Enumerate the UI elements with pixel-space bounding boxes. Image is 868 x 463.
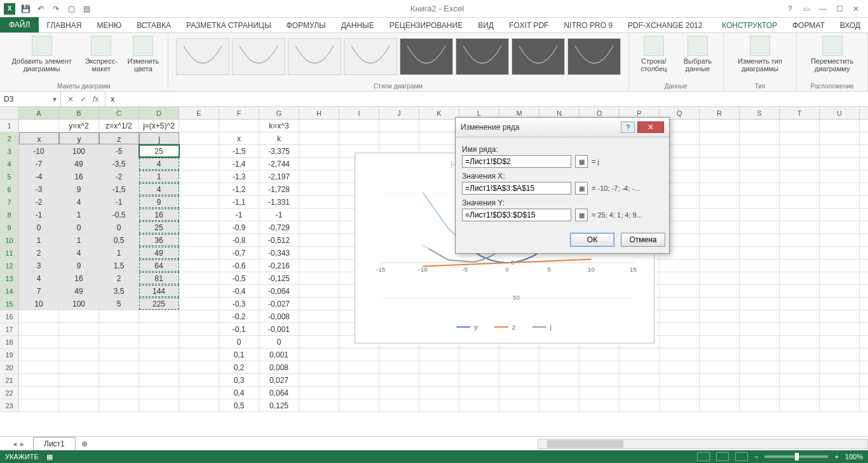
cell[interactable] xyxy=(179,387,219,399)
cell[interactable]: -2 xyxy=(19,196,59,208)
normal-view-icon[interactable] xyxy=(697,452,710,461)
cell[interactable] xyxy=(499,349,539,361)
cell[interactable] xyxy=(299,399,339,411)
range-picker-icon[interactable]: ▦ xyxy=(575,182,588,195)
cell[interactable]: 2 xyxy=(19,247,59,259)
tab-format[interactable]: ФОРМАТ xyxy=(785,18,832,32)
row-header[interactable]: 3 xyxy=(0,145,19,157)
cell[interactable] xyxy=(299,349,339,361)
cell[interactable] xyxy=(700,120,740,132)
cell[interactable]: -1 xyxy=(259,209,299,221)
cell[interactable] xyxy=(339,399,379,411)
fx-icon[interactable]: fx xyxy=(93,95,98,104)
cell[interactable]: 81 xyxy=(139,272,179,284)
cell[interactable] xyxy=(700,209,740,221)
cell[interactable]: 0,064 xyxy=(259,387,299,399)
cell[interactable] xyxy=(740,323,780,335)
cell[interactable] xyxy=(620,387,660,399)
cell[interactable]: 3 xyxy=(19,259,59,272)
tab-nitro pro 9[interactable]: NITRO PRO 9 xyxy=(556,18,620,32)
row-header[interactable]: 8 xyxy=(0,209,19,221)
cell[interactable] xyxy=(780,323,820,335)
cell[interactable] xyxy=(820,132,860,144)
col-header[interactable]: T xyxy=(780,107,820,119)
cell[interactable] xyxy=(299,361,339,373)
cell[interactable] xyxy=(700,272,740,284)
cell[interactable] xyxy=(539,399,580,411)
cell[interactable] xyxy=(59,387,99,399)
cell[interactable] xyxy=(179,196,219,208)
cell[interactable]: 1 xyxy=(59,234,99,246)
series-name-input[interactable] xyxy=(462,155,571,168)
cell[interactable] xyxy=(179,259,219,272)
chart-style-thumb[interactable] xyxy=(176,38,229,75)
cell[interactable]: y=x^2 xyxy=(59,120,99,132)
cell[interactable]: -3,375 xyxy=(259,145,299,157)
cell[interactable]: 4 xyxy=(59,247,99,259)
row-header[interactable]: 22 xyxy=(0,387,19,399)
cell[interactable] xyxy=(820,183,860,195)
cell[interactable] xyxy=(740,349,780,361)
move-chart-button[interactable]: Переместить диаграмму xyxy=(802,36,862,73)
cell[interactable] xyxy=(459,399,499,411)
cell[interactable] xyxy=(660,349,700,361)
cell[interactable] xyxy=(740,336,780,348)
cell[interactable]: 9 xyxy=(59,183,99,195)
range-picker-icon[interactable]: ▦ xyxy=(575,155,588,168)
cell[interactable] xyxy=(299,259,339,272)
undo-icon[interactable]: ↶ xyxy=(36,4,46,14)
select-all-corner[interactable] xyxy=(0,107,19,119)
cell[interactable] xyxy=(539,374,580,386)
cell[interactable] xyxy=(99,374,139,386)
cell[interactable] xyxy=(179,399,219,411)
cell[interactable]: 16 xyxy=(59,170,99,183)
chart-style-thumb[interactable] xyxy=(456,38,509,75)
cell[interactable] xyxy=(820,323,860,335)
cell[interactable] xyxy=(700,170,740,183)
row-header[interactable]: 18 xyxy=(0,336,19,348)
cell[interactable] xyxy=(820,285,860,297)
cell[interactable] xyxy=(179,209,219,221)
cell[interactable] xyxy=(99,310,139,322)
cell[interactable] xyxy=(820,170,860,183)
dialog-close-icon[interactable]: ✕ xyxy=(637,121,664,133)
cell[interactable] xyxy=(700,196,740,208)
cell[interactable] xyxy=(99,361,139,373)
cell[interactable]: -1,2 xyxy=(219,183,259,195)
enter-formula-icon[interactable]: ✓ xyxy=(80,95,86,104)
cell[interactable] xyxy=(820,399,860,411)
cell[interactable] xyxy=(19,349,59,361)
cell[interactable]: 0,5 xyxy=(99,234,139,246)
worksheet-grid[interactable]: ABCDEFGHIJKLMNOPQRSTU 1y=x^2z=x^1/2j=(x+… xyxy=(0,107,868,445)
cell[interactable] xyxy=(19,336,59,348)
cell[interactable] xyxy=(700,285,740,297)
cell[interactable]: 1 xyxy=(99,247,139,259)
col-header[interactable]: G xyxy=(259,107,299,119)
cell[interactable] xyxy=(139,361,179,373)
cell[interactable] xyxy=(820,336,860,348)
cell[interactable]: -0,1 xyxy=(219,323,259,335)
ribbon-toggle-icon[interactable]: ▭ xyxy=(799,4,813,13)
cell[interactable] xyxy=(379,399,419,411)
col-header[interactable]: D xyxy=(139,107,179,119)
cancel-button[interactable]: Отмена xyxy=(621,233,665,247)
cell[interactable] xyxy=(179,361,219,373)
cell[interactable] xyxy=(580,399,620,411)
row-header[interactable]: 9 xyxy=(0,221,19,233)
cell[interactable] xyxy=(820,310,860,322)
cell[interactable] xyxy=(740,310,780,322)
cell[interactable]: -1 xyxy=(19,209,59,221)
cell[interactable]: -0,008 xyxy=(259,310,299,322)
cell[interactable] xyxy=(179,349,219,361)
cell[interactable]: -0,729 xyxy=(259,221,299,233)
cell[interactable] xyxy=(700,234,740,246)
cell[interactable] xyxy=(19,361,59,373)
range-picker-icon[interactable]: ▦ xyxy=(575,209,588,221)
cell[interactable]: 49 xyxy=(59,158,99,170)
new-icon[interactable]: ▢ xyxy=(66,4,76,14)
tab-разметка страницы[interactable]: РАЗМЕТКА СТРАНИЦЫ xyxy=(179,18,279,32)
cell[interactable] xyxy=(179,120,219,132)
cell[interactable] xyxy=(740,272,780,284)
cell[interactable]: -0,001 xyxy=(259,323,299,335)
cell[interactable] xyxy=(299,209,339,221)
